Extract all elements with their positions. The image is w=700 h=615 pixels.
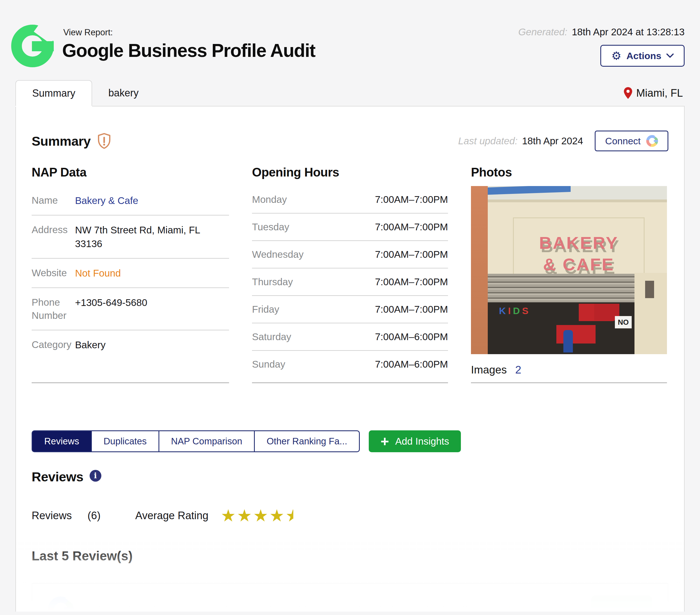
business-photo[interactable]: BAKERY & CAFE KIDS NO [471,186,667,354]
google-g-icon [48,596,74,612]
hours-heading: Opening Hours [252,165,448,179]
nap-row-name: Name Bakery & Cafe [32,186,229,216]
average-rating-label: Average Rating [135,510,208,522]
tab-summary[interactable]: Summary [15,80,92,106]
half-star-icon: ★ [286,506,301,525]
add-insights-button[interactable]: + Add Insights [369,430,461,452]
tab-reviews[interactable]: Reviews [32,430,92,452]
photos-section: Photos BAKERY & CAFE KIDS NO [471,165,667,383]
brand-g-logo [11,25,54,67]
report-tabbar: Summary bakery Miami, FL [15,80,685,106]
nap-data-section: NAP Data Name Bakery & Cafe Address NW 7… [32,165,229,383]
tab-nap-comparison[interactable]: NAP Comparison [159,430,255,452]
time-value: 7:00AM–7:00PM [375,194,448,205]
star-icon: ★ [237,506,252,525]
map-pin-icon [624,87,632,99]
star-icon: ★ [253,506,268,525]
connect-google-button[interactable]: Connect [595,131,668,151]
reviews-heading: Reviews [32,469,84,484]
view-report-label: View Report: [63,27,315,38]
gear-icon: ⚙ [611,50,621,61]
info-icon[interactable]: i [90,470,101,482]
hours-row: Friday 7:00AM–7:00PM [252,296,448,323]
generated-value: 18th Apr 2024 at 13:28:13 [572,26,685,37]
nap-heading: NAP Data [32,165,229,179]
tab-other-ranking-factors[interactable]: Other Ranking Fa... [255,430,360,452]
tab-bakery[interactable]: bakery [92,80,155,106]
sign-text-line2: & CAFE [543,255,615,274]
star-icon: ★ [559,602,573,612]
nap-row-address: Address NW 7th Street Rd, Miami, FL 3313… [32,216,229,259]
summary-heading: Summary [32,133,91,149]
plus-icon: + [380,435,389,448]
add-insights-label: Add Insights [395,436,449,447]
photo-awning [488,274,635,302]
last-updated: Last updated:18th Apr 2024 [458,135,583,147]
star-icon: ★ [221,506,236,525]
reviews-count-value: (6) [88,510,101,522]
nap-row-category: Category Bakery [32,330,229,359]
day-label: Thursday [252,276,293,287]
time-value: 7:00AM–7:00PM [375,304,448,315]
opening-hours-section: Opening Hours Monday 7:00AM–7:00PM Tuesd… [252,165,448,383]
review-card: The Bakery has a good selection of Food … [32,583,668,612]
time-value: 7:00AM–6:00PM [375,359,448,370]
star-icon: ★ [516,602,530,612]
nap-label: Phone Number [32,296,75,322]
star-icon: ★ [545,602,558,612]
hours-row: Saturday 7:00AM–6:00PM [252,323,448,351]
last-updated-label: Last updated: [458,135,517,146]
actions-button[interactable]: ⚙ Actions [600,45,685,67]
day-label: Sunday [252,359,285,370]
nap-row-phone: Phone Number +1305-649-5680 [32,288,229,330]
photo-pillar [471,186,488,354]
photos-heading: Photos [471,165,667,179]
day-label: Saturday [252,331,291,342]
business-category: Bakery [75,338,205,352]
business-phone: +1305-649-5680 [75,296,205,322]
images-count[interactable]: 2 [515,364,521,376]
generated-label: Generated: [518,26,567,37]
page-header: View Report: Google Business Profile Aud… [0,0,700,67]
time-value: 7:00AM–6:00PM [375,331,448,342]
day-label: Monday [252,194,287,205]
star-icon: ★ [531,602,544,612]
last-reviews-heading: Last 5 Review(s) [32,548,668,564]
hours-row: Thursday 7:00AM–7:00PM [252,268,448,296]
hours-row: Tuesday 7:00AM–7:00PM [252,213,448,241]
nap-label: Address [32,223,75,250]
google-g-icon [646,135,658,147]
sign-text-line1: BAKERY [539,233,618,253]
day-label: Tuesday [252,221,289,233]
rating-summary-row: Reviews (6) Average Rating ★★★★★ [32,506,668,525]
star-icon: ★ [503,602,516,612]
day-label: Friday [252,304,279,315]
business-name-link[interactable]: Bakery & Cafe [75,194,205,207]
last-updated-value: 18th Apr 2024 [522,135,583,146]
day-label: Wednesday [252,249,303,260]
shield-alert-icon [98,133,111,149]
review-text: The Bakery has a good selection of Food … [91,596,485,612]
tab-duplicates[interactable]: Duplicates [92,430,159,452]
view-review-button[interactable]: View Review [591,595,652,612]
time-value: 7:00AM–7:00PM [375,249,448,260]
average-rating-stars: ★★★★★ [221,506,302,525]
actions-button-label: Actions [626,50,661,61]
nap-label: Website [32,266,75,280]
hours-row: Sunday 7:00AM–6:00PM [252,351,448,378]
page-title: Google Business Profile Audit [62,40,315,61]
connect-button-label: Connect [605,136,641,147]
images-label: Images [471,364,507,376]
website-status: Not Found [75,266,205,280]
hours-row: Wednesday 7:00AM–7:00PM [252,241,448,268]
summary-panel: Summary Last updated:18th Apr 2024 Conne… [15,106,685,612]
nap-label: Category [32,338,75,352]
generated-timestamp: Generated:18th Apr 2024 at 13:28:13 [518,26,685,38]
review-stars: ★★★★★ [503,596,573,612]
star-icon: ★ [270,506,285,525]
photo-no-sign: NO [615,316,632,328]
nap-row-website: Website Not Found [32,259,229,288]
report-location: Miami, FL [624,87,685,99]
reviews-count-label: Reviews [32,510,72,522]
insight-tabs: Reviews Duplicates NAP Comparison Other … [32,430,668,452]
